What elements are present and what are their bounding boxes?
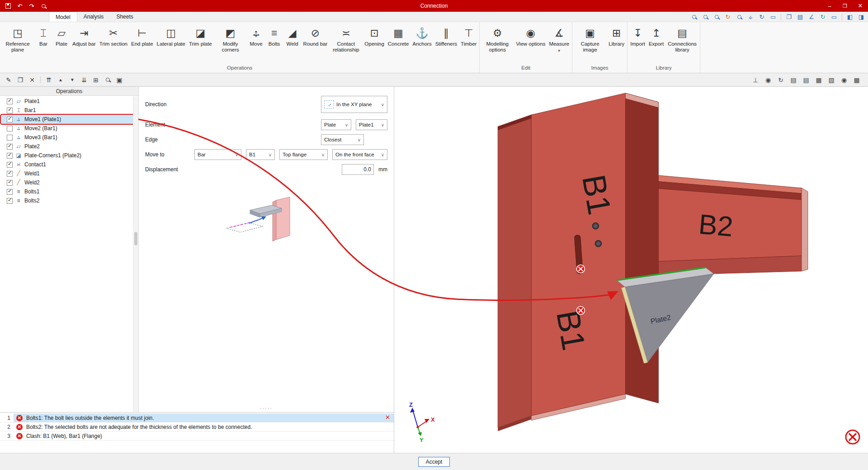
- operation-checkbox[interactable]: [7, 171, 13, 177]
- scrollbar-thumb[interactable]: [134, 232, 137, 245]
- operation-row[interactable]: Plate1: [1, 97, 137, 106]
- operation-checkbox[interactable]: [7, 162, 13, 168]
- ribbon-item-weld[interactable]: Weld: [283, 24, 302, 63]
- ribbon-item-move[interactable]: Move: [247, 24, 265, 63]
- ribbon-item-modelling-options[interactable]: Modelling options: [481, 24, 514, 63]
- operations-scrollbar[interactable]: [133, 96, 138, 412]
- ribbon-item-end-plate[interactable]: End plate: [129, 24, 155, 63]
- dock-left-icon[interactable]: [845, 13, 855, 21]
- ribbon-item-bolts[interactable]: Bolts: [265, 24, 283, 63]
- panel-resize-handle[interactable]: [260, 405, 273, 411]
- search-button[interactable]: [38, 1, 49, 11]
- report-ok-icon[interactable]: [801, 75, 811, 85]
- move-to-type-dropdown[interactable]: Bar: [194, 149, 241, 160]
- operation-row[interactable]: Move3 (Bar1): [1, 133, 137, 142]
- delete-icon[interactable]: [27, 75, 37, 85]
- restore-button[interactable]: [837, 0, 853, 12]
- operation-checkbox[interactable]: [7, 108, 13, 113]
- direction-dropdown[interactable]: In the XY plane: [321, 96, 387, 113]
- redo-button[interactable]: [26, 1, 37, 11]
- solid-view-icon[interactable]: [826, 75, 836, 85]
- visibility-icon[interactable]: [839, 75, 849, 85]
- ribbon-item-measure[interactable]: Measure: [547, 24, 571, 63]
- redraw-icon[interactable]: [818, 13, 828, 21]
- message-row[interactable]: 3 Clash: B1 (Web), Bar1 (Flange): [0, 432, 394, 441]
- displacement-input[interactable]: 0.0: [342, 164, 374, 175]
- move-to-part-dropdown[interactable]: Top flange: [279, 149, 328, 160]
- operation-checkbox[interactable]: [7, 117, 13, 122]
- results-table-icon[interactable]: [814, 75, 824, 85]
- operation-row[interactable]: Move1 (Plate1): [1, 115, 137, 124]
- undo-button[interactable]: [14, 1, 25, 11]
- move-last-icon[interactable]: [79, 75, 89, 85]
- operation-checkbox[interactable]: [7, 153, 13, 159]
- fit-view-icon[interactable]: [768, 13, 778, 21]
- operation-row[interactable]: Bolts2: [1, 196, 137, 205]
- ribbon-item-image-library[interactable]: Library: [607, 24, 626, 63]
- close-messages-icon[interactable]: [385, 414, 390, 420]
- element-type-dropdown[interactable]: Plate: [321, 119, 351, 130]
- ribbon-item-view-options[interactable]: View options: [514, 24, 547, 63]
- ribbon-item-adjust-bar[interactable]: Adjust bar: [71, 24, 98, 63]
- operation-checkbox[interactable]: [7, 180, 13, 186]
- save-button[interactable]: [3, 1, 14, 11]
- ribbon-item-capture-image[interactable]: Capture image: [573, 24, 607, 63]
- orbit-icon[interactable]: [757, 13, 767, 21]
- ribbon-item-export[interactable]: Export: [647, 24, 665, 63]
- move-down-icon[interactable]: [67, 75, 77, 85]
- zoom-icon[interactable]: [734, 13, 744, 21]
- find-member-icon[interactable]: [689, 13, 699, 21]
- operation-checkbox[interactable]: [7, 135, 13, 141]
- operation-checkbox[interactable]: [7, 189, 13, 195]
- minimize-button[interactable]: [822, 0, 837, 12]
- ribbon-item-trim-plate[interactable]: Trim plate: [187, 24, 214, 63]
- element-value-dropdown[interactable]: Plate1: [356, 119, 387, 130]
- tab-model[interactable]: Model: [49, 12, 77, 22]
- move-up-icon[interactable]: [56, 75, 66, 85]
- operation-row[interactable]: ╱Weld2: [1, 178, 137, 187]
- copy-icon[interactable]: [15, 75, 25, 85]
- ucs-icon[interactable]: [750, 75, 760, 85]
- ribbon-item-trim-section[interactable]: Trim section: [98, 24, 129, 63]
- refresh-icon[interactable]: [723, 13, 733, 21]
- report-icon[interactable]: [795, 13, 805, 21]
- operation-row[interactable]: Plate2: [1, 142, 137, 151]
- ribbon-item-import[interactable]: Import: [628, 24, 647, 63]
- ribbon-item-reference-plane[interactable]: Reference plane: [1, 24, 34, 63]
- ribbon-item-contact-relationship[interactable]: Contact relationship: [329, 24, 363, 63]
- operation-row[interactable]: Plate-Corners1 (Plate2): [1, 151, 137, 160]
- operation-row[interactable]: Bolts1: [1, 187, 137, 196]
- message-row[interactable]: 1 Bolts1: The bolt lies outside the elem…: [0, 414, 394, 423]
- ribbon-item-stiffeners[interactable]: Stiffeners: [434, 24, 459, 63]
- zoom-all-icon[interactable]: [700, 13, 710, 21]
- 3d-viewport[interactable]: B2 B1 B1: [394, 87, 868, 453]
- rotate-icon[interactable]: [776, 75, 786, 85]
- new-window-icon[interactable]: [784, 13, 794, 21]
- move-to-member-dropdown[interactable]: B1: [246, 149, 275, 160]
- ribbon-item-opening[interactable]: Opening: [363, 24, 386, 63]
- operation-checkbox[interactable]: [7, 144, 13, 150]
- ribbon-item-modify-corners[interactable]: Modify corners: [214, 24, 247, 63]
- dock-right-icon[interactable]: [856, 13, 866, 21]
- operation-checkbox[interactable]: [7, 198, 13, 204]
- ribbon-item-bar[interactable]: Bar: [34, 24, 52, 63]
- model-box-icon[interactable]: [114, 75, 124, 85]
- close-button[interactable]: [853, 0, 868, 12]
- search-icon[interactable]: [103, 75, 113, 85]
- operation-row[interactable]: Contact1: [1, 160, 137, 169]
- tree-view-icon[interactable]: [91, 75, 101, 85]
- ribbon-item-connections-library[interactable]: Connections library: [665, 24, 699, 63]
- dimension-icon[interactable]: [807, 13, 816, 21]
- operation-row[interactable]: ╱Weld1: [1, 169, 137, 178]
- ribbon-item-round-bar[interactable]: Round bar: [302, 24, 330, 63]
- view-direction-icon[interactable]: [763, 75, 773, 85]
- ribbon-item-plate[interactable]: Plate: [52, 24, 71, 63]
- zoom-window-icon[interactable]: [712, 13, 722, 21]
- ribbon-item-lateral-plate[interactable]: Lateral plate: [155, 24, 187, 63]
- tab-sheets[interactable]: Sheets: [110, 12, 139, 22]
- pan-icon[interactable]: [745, 13, 755, 21]
- ribbon-item-timber[interactable]: Timber: [459, 24, 478, 63]
- move-to-face-dropdown[interactable]: On the front face: [332, 149, 387, 160]
- message-row[interactable]: 2 Bolts2: The selected bolts are not ade…: [0, 423, 394, 432]
- move-first-icon[interactable]: [44, 75, 54, 85]
